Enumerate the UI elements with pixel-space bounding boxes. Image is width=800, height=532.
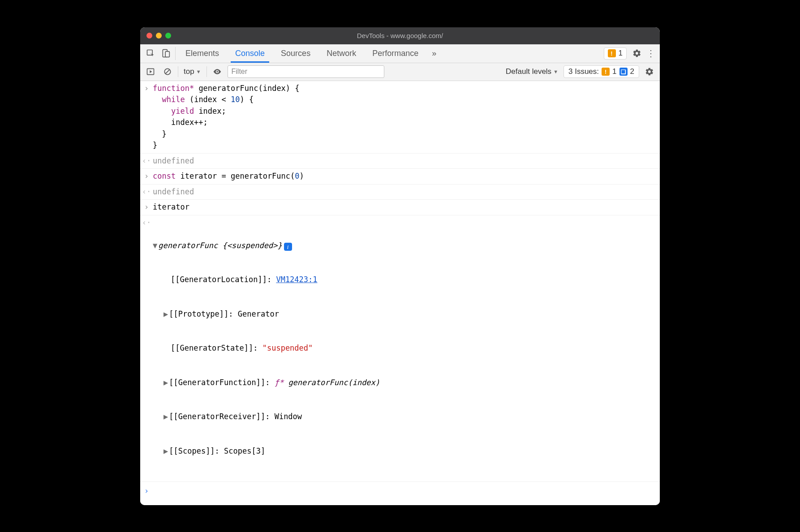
divider <box>175 47 176 60</box>
context-select[interactable]: top ▼ <box>182 67 203 76</box>
expand-toggle-icon[interactable]: ▶ <box>163 309 168 320</box>
tab-performance[interactable]: Performance <box>364 44 426 63</box>
expand-toggle-icon[interactable]: ▼ <box>153 240 157 252</box>
object-property[interactable]: ▶[[Scopes]]: Scopes[3] <box>153 446 660 457</box>
console-settings-button[interactable] <box>643 65 656 78</box>
issues-warn-count: 1 <box>612 67 616 76</box>
svg-rect-2 <box>165 51 169 57</box>
code-block: const iterator = generatorFunc(0) <box>153 170 660 183</box>
tab-network[interactable]: Network <box>318 44 364 63</box>
issues-info-count: 2 <box>630 67 634 76</box>
svg-point-6 <box>216 71 218 72</box>
warning-icon: ! <box>602 68 610 76</box>
filter-input[interactable] <box>228 65 384 78</box>
devtools-window: DevTools - www.google.com/ Elements Cons… <box>140 27 660 505</box>
info-icon: ❑ <box>619 68 628 76</box>
console-output-row: ‹· ▼generatorFunc {<suspended>}i [[Gener… <box>140 215 660 482</box>
inspect-element-icon[interactable] <box>143 44 158 63</box>
divider <box>206 66 207 77</box>
source-link[interactable]: VM12423:1 <box>276 275 317 284</box>
object-property[interactable]: [[GeneratorLocation]]: VM12423:1 <box>153 274 660 286</box>
tabbar: Elements Console Sources Network Perform… <box>140 44 660 63</box>
console-input-row[interactable]: › iterator <box>140 200 660 215</box>
object-state: {<suspended>} <box>223 241 282 250</box>
prompt-chevron-icon: › <box>140 485 153 497</box>
code-block: function* generatorFunc(index) { while (… <box>153 82 660 152</box>
clear-console-icon[interactable] <box>161 65 174 78</box>
warning-icon: ! <box>608 49 616 57</box>
code-block: iterator <box>153 201 660 214</box>
object-tree[interactable]: ▼generatorFunc {<suspended>}i [[Generato… <box>153 216 660 481</box>
expand-toggle-icon[interactable]: ▶ <box>163 411 168 423</box>
object-name: generatorFunc <box>158 241 218 250</box>
divider <box>178 66 178 77</box>
more-tabs-button[interactable]: » <box>426 44 442 63</box>
svg-line-5 <box>166 70 169 73</box>
tab-console[interactable]: Console <box>227 44 273 63</box>
titlebar: DevTools - www.google.com/ <box>140 27 660 44</box>
object-property[interactable]: ▶[[GeneratorReceiver]]: Window <box>153 411 660 423</box>
chevron-down-icon: ▼ <box>553 69 558 74</box>
live-expression-icon[interactable] <box>211 65 224 78</box>
console-body: › function* generatorFunc(index) { while… <box>140 81 660 505</box>
traffic-lights <box>146 33 171 39</box>
output-value: undefined <box>153 185 660 199</box>
output-chevron-icon: ‹· <box>140 216 153 481</box>
console-input-row[interactable]: › function* generatorFunc(index) { while… <box>140 81 660 154</box>
context-label: top <box>184 67 194 76</box>
object-property[interactable]: [[GeneratorState]]: "suspended" <box>153 343 660 354</box>
window-title: DevTools - www.google.com/ <box>140 32 660 39</box>
issues-badge[interactable]: 3 Issues: ! 1 ❑ 2 <box>563 65 639 78</box>
expand-toggle-icon[interactable]: ▶ <box>163 377 168 389</box>
console-toolbar: top ▼ Default levels ▼ 3 Issues: ! 1 ❑ 2 <box>140 63 660 81</box>
console-input-row[interactable]: › const iterator = generatorFunc(0) <box>140 169 660 184</box>
device-toolbar-icon[interactable] <box>158 44 173 63</box>
expand-toggle-icon[interactable]: ▶ <box>163 446 168 457</box>
input-chevron-icon: › <box>140 170 153 183</box>
maximize-window-button[interactable] <box>165 33 171 39</box>
log-level-label: Default levels <box>506 67 551 76</box>
tab-sources[interactable]: Sources <box>273 44 318 63</box>
output-chevron-icon: ‹· <box>140 154 153 168</box>
minimize-window-button[interactable] <box>156 33 162 39</box>
toggle-sidebar-icon[interactable] <box>144 65 157 78</box>
console-output-row: ‹· undefined <box>140 184 660 200</box>
warnings-count: 1 <box>619 49 623 58</box>
input-chevron-icon: › <box>140 82 153 152</box>
object-property[interactable]: ▶[[GeneratorFunction]]: ƒ* generatorFunc… <box>153 377 660 389</box>
log-level-select[interactable]: Default levels ▼ <box>504 67 560 76</box>
prompt-input[interactable] <box>153 485 660 497</box>
close-window-button[interactable] <box>146 33 152 39</box>
settings-button[interactable] <box>629 44 645 63</box>
output-chevron-icon: ‹· <box>140 185 153 199</box>
issues-label: 3 Issues: <box>568 67 599 76</box>
console-prompt-row[interactable]: › <box>140 481 660 505</box>
input-chevron-icon: › <box>140 201 153 214</box>
object-property[interactable]: ▶[[Prototype]]: Generator <box>153 309 660 320</box>
tab-elements[interactable]: Elements <box>177 44 227 63</box>
output-value: undefined <box>153 154 660 168</box>
info-icon[interactable]: i <box>284 243 292 251</box>
console-output-row: ‹· undefined <box>140 154 660 169</box>
warnings-badge[interactable]: ! 1 <box>604 47 627 60</box>
more-options-button[interactable]: ⋮ <box>645 44 657 63</box>
chevron-down-icon: ▼ <box>196 69 201 74</box>
